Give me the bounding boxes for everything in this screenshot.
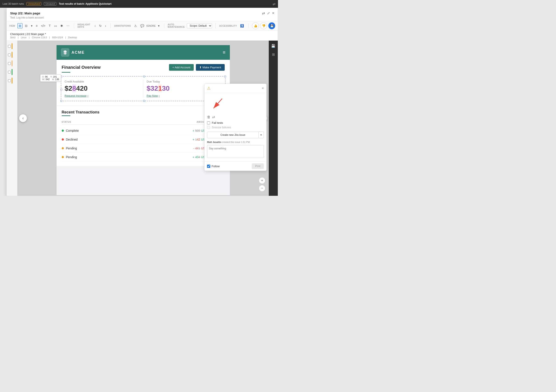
follow-label: Follow [212, 165, 220, 168]
sidebar-checkbox-1[interactable] [8, 45, 11, 48]
view-more-btn[interactable]: ⋯ [65, 23, 70, 28]
status-dot-declined [62, 138, 64, 140]
transactions-section: Recent Transactions STATUS AMOUNT Comple… [57, 106, 230, 166]
prev-diff-btn[interactable]: ‹ [93, 23, 97, 28]
diff-cycle-btn[interactable]: ↻ [98, 23, 103, 28]
annotation-alert-btn[interactable]: ⚠ [133, 23, 138, 28]
modal-step-title: Step 2/2: Main page [10, 11, 40, 15]
financial-actions: + Add Account ⬆ Make Payment [169, 64, 225, 71]
sidebar-indicator-2 [12, 52, 12, 58]
coord-y: Y: 191 [50, 76, 57, 78]
transaction-row-3: Pending - 441 USD [62, 144, 225, 153]
annotation-close-btn[interactable]: × [262, 86, 264, 90]
thumbs-down-btn[interactable]: 👎 [260, 22, 267, 29]
follow-checkbox[interactable] [207, 165, 210, 168]
status-complete: Complete [66, 129, 137, 132]
view-frame-btn[interactable]: ▭ [53, 23, 58, 28]
status-col-header: STATUS [62, 121, 135, 123]
snooze-failures-checkbox[interactable] [207, 126, 210, 129]
view-grid-btn[interactable]: ⊞ [17, 23, 23, 28]
highlight-label: HIGHLIGHT DIFFS [78, 23, 91, 28]
fail-tests-checkbox[interactable] [207, 121, 210, 124]
view-split-btn[interactable]: ⊟ [24, 23, 29, 28]
zoom-in-btn[interactable]: + [259, 177, 265, 184]
share-icon[interactable]: ⇄ [273, 2, 275, 6]
status-pending-2: Pending [66, 155, 137, 159]
share-modal-icon[interactable]: ⇄ [262, 11, 265, 15]
zoom-out-btn[interactable]: − [259, 185, 265, 192]
main-modal: Step 2/2: Main page ⇄ ⤢ × Test: Log into… [7, 8, 278, 196]
follow-checkbox-row: Follow [207, 165, 220, 168]
sidebar-row-5 [7, 77, 17, 85]
create-jira-row: Create new Jira issue ▾ [207, 131, 264, 138]
save-btn[interactable]: 💾 [268, 22, 275, 29]
sidebar-checkbox-4[interactable] [8, 71, 11, 74]
annotation-share-btn[interactable]: ⇄ [212, 115, 215, 119]
financial-header: Financial Overview + Add Account ⬆ Make … [62, 64, 225, 71]
view-dropdown-btn[interactable]: ▾ [30, 23, 34, 28]
view-layers-btn[interactable]: ≡ [35, 23, 39, 28]
annotation-footer: Follow Post [204, 161, 266, 171]
batch-runs-label: Last 30 batch runs [3, 2, 24, 5]
canvas-area: ‹ › X: 96 Y: 191 W: 542 [17, 41, 269, 196]
modal-header: Step 2/2: Main page ⇄ ⤢ × Test: Log into… [7, 8, 278, 21]
ignore-dropdown-btn[interactable]: ▾ [157, 23, 161, 28]
toolbar-auto-maintenance-group: AUTO MAINTENANCE Scope: Default [168, 23, 216, 28]
toolbar-highlight-group: HIGHLIGHT DIFFS ‹ ↻ › [78, 23, 111, 28]
request-increase-link[interactable]: Request Increase › [65, 94, 140, 97]
financial-divider [62, 72, 70, 73]
acme-logo: ACME [61, 48, 85, 57]
acme-header: ACME ≡ [57, 45, 230, 60]
unresolved-badge: Unresolved [26, 2, 41, 6]
scope-select[interactable]: Scope: Default [187, 23, 212, 28]
sidebar-checkbox-2[interactable] [8, 54, 11, 56]
sidebar-checkbox-3[interactable] [8, 62, 11, 65]
view-code-btn[interactable]: </> [40, 23, 46, 28]
annotation-panel: ⚠ × [204, 84, 267, 171]
ignore-btn[interactable]: IGNORE [147, 24, 156, 27]
coord-tooltip: X: 96 Y: 191 W: 542 H: 136 [40, 74, 61, 82]
test-title: Test results of batch: Applitools Quicks… [59, 2, 112, 5]
status-pending-1: Pending [66, 146, 137, 150]
post-button[interactable]: Post [252, 163, 264, 169]
right-sidebar-save-btn[interactable]: 💾 [270, 42, 277, 49]
sidebar-row-2 [7, 51, 17, 59]
acme-logo-icon [61, 48, 70, 57]
annotation-delete-btn[interactable]: 🗑 [207, 115, 210, 119]
sidebar-row-3 [7, 60, 17, 67]
acme-logo-text: ACME [72, 50, 85, 55]
handle-tr [224, 76, 226, 77]
table-header: STATUS AMOUNT [62, 120, 225, 125]
say-something-input[interactable] [207, 145, 264, 158]
create-jira-btn[interactable]: Create new Jira issue [207, 132, 259, 138]
handle-ml [60, 89, 62, 91]
right-sidebar-grid-btn[interactable]: ⊞ [270, 51, 277, 58]
acme-menu-icon[interactable]: ≡ [223, 50, 225, 55]
app-preview: ACME ≡ Financial Overview + Add Account … [56, 45, 230, 195]
fail-tests-row: Fail tests [207, 121, 264, 124]
transaction-row-4: Pending + 434 USD [62, 153, 225, 161]
left-sidebar [7, 41, 17, 196]
add-account-btn[interactable]: + Add Account [169, 64, 194, 71]
modal-close-button[interactable]: × [272, 11, 274, 15]
annotations-label: ANNOTATIONS [114, 25, 131, 27]
sidebar-indicator-3 [12, 60, 12, 66]
red-arrow-container [207, 97, 264, 112]
accessibility-btn[interactable]: ♿ [239, 23, 245, 28]
thumbs-up-btn[interactable]: 👍 [252, 22, 259, 29]
sidebar-checkbox-5[interactable] [8, 79, 11, 82]
due-today-label: Due Today [147, 80, 222, 83]
checkpoint-meta: Strict | Linux | Chrome 119.0 | 800×1024… [10, 36, 274, 39]
make-payment-btn[interactable]: ⬆ Make Payment [196, 64, 224, 71]
transaction-row-2: Declined + 142 USD [62, 135, 225, 144]
view-cursor-btn[interactable]: ✱ [59, 23, 64, 28]
annotation-comment-btn[interactable]: 💬 [139, 23, 145, 28]
accessibility-label: ACCESSIBILITY [219, 25, 237, 27]
expand-icon[interactable]: ⤢ [267, 11, 270, 15]
next-diff-btn[interactable]: › [104, 23, 107, 28]
create-jira-dropdown-btn[interactable]: ▾ [259, 131, 264, 138]
sidebar-row-4 [7, 68, 17, 76]
prev-arrow[interactable]: ‹ [19, 114, 27, 122]
view-text-btn[interactable]: T [48, 23, 52, 28]
main-content: ‹ › X: 96 Y: 191 W: 542 [7, 41, 278, 196]
